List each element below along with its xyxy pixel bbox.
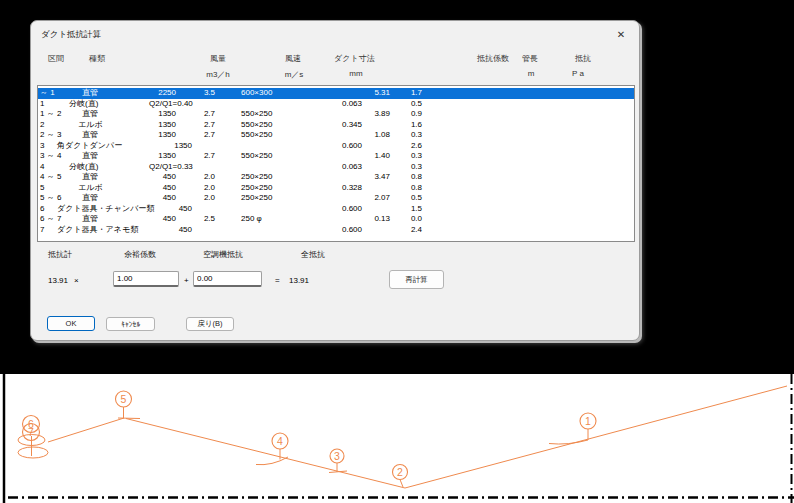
- margin-coef-input[interactable]: [113, 271, 179, 287]
- cell-type: エルボ: [78, 183, 103, 194]
- cell-coefficient: 0.328: [302, 183, 362, 194]
- cell-note: Q2/Q1=0.40: [149, 99, 193, 110]
- cell-coefficient: 0.063: [302, 99, 362, 110]
- balloon-label-3: 3: [334, 450, 340, 462]
- multiply-sign: ×: [74, 276, 79, 285]
- back-button[interactable]: 戻り(B): [186, 317, 234, 331]
- col-header-flow: 風量: [210, 53, 226, 64]
- cell-section: 2 ～ 3: [40, 130, 61, 141]
- cell-section: ～ 1: [40, 88, 55, 99]
- cell-velocity: 2.7: [175, 151, 215, 162]
- ok-button[interactable]: OK: [47, 316, 95, 331]
- result-listbox[interactable]: ～ 1直管22503.5600×3005.311.71分岐(直)Q2/Q1=0.…: [37, 85, 635, 242]
- recalculate-button[interactable]: 再計算: [389, 270, 444, 289]
- table-row[interactable]: 5 ～ 6直管4502.0250×2502.070.5: [38, 193, 634, 204]
- cell-coefficient: 0.063: [302, 162, 362, 173]
- cell-resistance: 0.5: [362, 193, 422, 204]
- table-row[interactable]: 2 ～ 3直管13502.7550×2501.080.3: [38, 130, 634, 141]
- table-row[interactable]: 4分岐(直)Q2/Q1=0.330.0630.3: [38, 162, 634, 173]
- cell-flow: 450: [132, 225, 192, 236]
- cell-velocity: 2.5: [175, 214, 215, 225]
- cell-type: 分岐(直): [69, 162, 98, 173]
- cell-type: 分岐(直): [69, 99, 98, 110]
- cell-flow: 450: [116, 172, 176, 183]
- ahu-resistance-input[interactable]: [193, 271, 262, 287]
- balloon-label-7: 7: [28, 426, 34, 438]
- close-icon[interactable]: ✕: [609, 26, 633, 43]
- cell-coefficient: 0.600: [302, 141, 362, 152]
- cell-resistance: 0.8: [362, 183, 422, 194]
- col-header-velocity: 風速: [285, 53, 301, 64]
- cell-velocity: 2.0: [175, 193, 215, 204]
- cell-type: 角ダクトダンパー: [57, 141, 122, 152]
- slope-up-right: [405, 386, 787, 488]
- slope-down-right: [126, 419, 405, 489]
- table-row[interactable]: 3角ダクトダンパー13500.6002.6: [38, 141, 634, 152]
- ahu-resistance-label: 空調機抵抗: [203, 249, 243, 260]
- table-row[interactable]: 1 ～ 2直管13502.7550×2503.890.9: [38, 109, 634, 120]
- drawing-canvas: 1 2 3 4 5 6 7: [0, 374, 794, 503]
- col-header-flow-unit: m3／h: [206, 69, 230, 80]
- cell-type: 直管: [82, 130, 98, 141]
- cell-section: 5: [40, 183, 44, 194]
- margin-coef-label: 余裕係数: [124, 249, 156, 260]
- cell-resistance: 0.3: [362, 151, 422, 162]
- cell-section: 7: [40, 225, 44, 236]
- cell-resistance: 1.6: [362, 120, 422, 131]
- dialog-title: ダクト抵抗計算: [41, 29, 101, 41]
- col-header-coefficient: 抵抗係数: [477, 53, 509, 64]
- table-row[interactable]: 1分岐(直)Q2/Q1=0.400.0630.5: [38, 99, 634, 110]
- cell-velocity: 2.7: [175, 120, 215, 131]
- cell-resistance: 2.4: [362, 225, 422, 236]
- col-header-length: 管長: [522, 53, 538, 64]
- cell-velocity: 2.7: [175, 130, 215, 141]
- col-header-resistance-unit: P a: [572, 69, 584, 78]
- cell-size: 250×250: [241, 172, 272, 183]
- cell-section: 5 ～ 6: [40, 193, 61, 204]
- cell-velocity: 3.5: [175, 88, 215, 99]
- cancel-button[interactable]: ｷｬﾝｾﾙ: [106, 317, 155, 331]
- cell-type: エルボ: [78, 120, 103, 131]
- cell-section: 2: [40, 120, 44, 131]
- table-row[interactable]: 4 ～ 5直管4502.0250×2503.470.8: [38, 172, 634, 183]
- cell-size: 550×250: [241, 109, 272, 120]
- grand-total-value: 13.91: [289, 276, 309, 285]
- col-header-velocity-unit: m／s: [285, 69, 304, 80]
- cell-section: 4 ～ 5: [40, 172, 61, 183]
- cell-size: 550×250: [241, 120, 272, 131]
- cell-flow: 450: [116, 193, 176, 204]
- cell-size: 550×250: [241, 151, 272, 162]
- total-resistance-value: 13.91: [48, 276, 68, 285]
- equals-sign: =: [275, 276, 280, 285]
- cell-type: 直管: [82, 193, 98, 204]
- section-balloon-4[interactable]: [256, 433, 288, 465]
- cell-section: 1 ～ 2: [40, 109, 61, 120]
- cell-velocity: 2.7: [175, 109, 215, 120]
- cell-type: 直管: [82, 214, 98, 225]
- table-row[interactable]: ～ 1直管22503.5600×3005.311.7: [38, 88, 634, 99]
- cell-resistance: 0.3: [362, 162, 422, 173]
- cell-flow: 1350: [116, 151, 176, 162]
- table-row[interactable]: 3 ～ 4直管13502.7550×2501.400.3: [38, 151, 634, 162]
- table-row[interactable]: 7ダクト器具・アネモ類4500.6002.4: [38, 225, 634, 236]
- cell-size: 250×250: [241, 193, 272, 204]
- col-header-size: ダクト寸法: [334, 53, 375, 64]
- col-header-type: 種類: [89, 53, 105, 64]
- total-resistance-label: 抵抗計: [48, 249, 72, 260]
- col-header-size-unit: mm: [349, 69, 362, 78]
- cell-flow: 2250: [116, 88, 176, 99]
- balloon-label-2: 2: [397, 466, 403, 478]
- table-row[interactable]: 2エルボ13502.7550×2500.3451.6: [38, 120, 634, 131]
- cell-type: 直管: [82, 172, 98, 183]
- dialog-titlebar[interactable]: ダクト抵抗計算 ✕: [31, 21, 639, 47]
- cell-size: 250×250: [241, 183, 272, 194]
- cell-section: 3 ～ 4: [40, 151, 61, 162]
- table-row[interactable]: 6ダクト器具・チャンバー類4500.6001.5: [38, 204, 634, 215]
- cad-workspace: ダクト抵抗計算 ✕ 区間 種類 風量 m3／h 風速 m／s ダクト寸法 mm …: [0, 0, 794, 503]
- slope-left: [48, 418, 124, 442]
- cell-section: 6 ～ 7: [40, 214, 61, 225]
- table-row[interactable]: 5エルボ4502.0250×2500.3280.8: [38, 183, 634, 194]
- table-row[interactable]: 6 ～ 7直管4502.5250 φ0.130.0: [38, 214, 634, 225]
- balloon-label-1: 1: [585, 415, 591, 427]
- balloon-label-4: 4: [277, 435, 283, 447]
